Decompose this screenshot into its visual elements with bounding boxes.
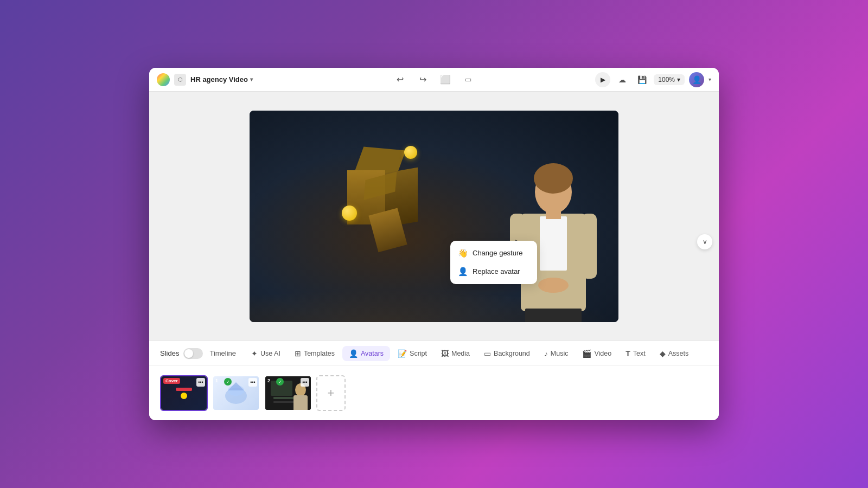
svg-point-3 xyxy=(534,163,573,194)
context-menu: 👋 Change gesture 👤 Replace avatar xyxy=(450,241,537,284)
assets-icon: ◆ xyxy=(660,349,666,358)
add-slide-icon: + xyxy=(328,386,335,400)
svg-rect-6 xyxy=(582,214,597,279)
video-icon: 🎬 xyxy=(582,349,591,358)
templates-tab-label: Templates xyxy=(304,350,335,357)
svg-rect-8 xyxy=(525,309,582,322)
avatar-svg xyxy=(510,149,597,322)
canvas[interactable]: 👋 Change gesture 👤 Replace avatar ▷ xyxy=(250,111,618,322)
app-icon-small: ⬡ xyxy=(174,74,186,86)
script-icon: 📝 xyxy=(398,349,407,358)
zoom-label: 100% xyxy=(658,76,675,84)
slide-1-menu-button[interactable]: ••• xyxy=(196,378,205,387)
media-icon: 🖼 xyxy=(441,349,449,358)
slide-3-check: ✓ xyxy=(276,378,284,386)
background-icon: ▭ xyxy=(484,349,491,358)
project-title[interactable]: HR agency Video ▾ xyxy=(190,75,253,84)
bottom-toolbar: Slides Timeline ✦ Use AI ⊞ Templates 👤 xyxy=(149,341,719,420)
slide-3-menu-button[interactable]: ••• xyxy=(301,378,309,387)
play-button[interactable]: ▶ xyxy=(595,72,610,87)
toggle-knob xyxy=(184,349,193,358)
slides-toggle-switch[interactable] xyxy=(183,348,203,359)
background-tab-label: Background xyxy=(494,350,530,357)
slide-2-number: 1 xyxy=(215,378,218,383)
toolbar-tabs: Slides Timeline ✦ Use AI ⊞ Templates 👤 xyxy=(149,341,719,366)
user-avatar[interactable]: 👤 xyxy=(689,72,704,87)
video-tab-label: Video xyxy=(594,350,611,357)
svg-rect-17 xyxy=(293,395,308,411)
zoom-control[interactable]: 100% ▾ xyxy=(654,74,685,85)
templates-icon: ⊞ xyxy=(295,349,301,358)
timeline-label: Timeline xyxy=(209,349,236,357)
replace-avatar-icon: 👤 xyxy=(458,267,468,277)
use-ai-icon: ✦ xyxy=(251,349,258,358)
add-slide-button[interactable]: + xyxy=(316,375,346,411)
script-tab-label: Script xyxy=(410,350,427,357)
monitor-view-button[interactable]: ⬜ xyxy=(438,72,453,87)
avatars-tab-label: Avatars xyxy=(361,350,384,357)
tab-templates[interactable]: ⊞ Templates xyxy=(288,346,341,361)
slides-timeline-toggle: Slides Timeline xyxy=(160,348,236,359)
svg-rect-4 xyxy=(546,209,561,219)
tab-background[interactable]: ▭ Background xyxy=(477,346,537,361)
slides-panel: Cover ••• 1 ✓ ••• xyxy=(149,366,719,420)
undo-button[interactable]: ↩ xyxy=(392,72,407,87)
slide-thumb-2[interactable]: 1 ✓ ••• xyxy=(212,375,260,411)
music-icon: ♪ xyxy=(544,349,548,358)
zoom-chevron-icon: ▾ xyxy=(677,76,680,84)
tab-use-ai[interactable]: ✦ Use AI xyxy=(245,346,287,361)
music-tab-label: Music xyxy=(551,350,569,357)
avatars-icon: 👤 xyxy=(349,349,358,358)
tab-assets[interactable]: ◆ Assets xyxy=(653,346,695,361)
title-bar-center: ↩ ↪ ⬜ ▭ xyxy=(392,72,476,87)
slide-thumb-3[interactable]: 2 ✓ ••• xyxy=(264,375,312,411)
change-gesture-item[interactable]: 👋 Change gesture xyxy=(450,244,537,262)
project-title-chevron-icon: ▾ xyxy=(250,76,253,82)
tab-avatars[interactable]: 👤 Avatars xyxy=(342,346,390,361)
slide-2-check: ✓ xyxy=(224,378,232,386)
replace-avatar-label: Replace avatar xyxy=(473,267,520,275)
tab-video[interactable]: 🎬 Video xyxy=(576,346,618,361)
tab-music[interactable]: ♪ Music xyxy=(538,346,575,361)
slide-cover-badge: Cover xyxy=(163,378,180,384)
collapse-panel-button[interactable]: ∨ xyxy=(697,234,712,249)
yellow-dot-2 xyxy=(404,146,417,159)
slide-thumb-1[interactable]: Cover ••• xyxy=(160,375,208,411)
tab-script[interactable]: 📝 Script xyxy=(391,346,433,361)
mobile-view-button[interactable]: ▭ xyxy=(461,72,476,87)
media-tab-label: Media xyxy=(451,350,470,357)
save-button[interactable]: 💾 xyxy=(634,72,649,87)
text-tab-label: Text xyxy=(633,350,646,357)
svg-rect-1 xyxy=(540,216,567,271)
assets-tab-label: Assets xyxy=(668,350,689,357)
tab-media[interactable]: 🖼 Media xyxy=(435,346,476,361)
yellow-dot-1 xyxy=(342,206,357,221)
save-cloud-button[interactable]: ☁ xyxy=(615,72,630,87)
canvas-area: 👋 Change gesture 👤 Replace avatar ▷ ∨ xyxy=(149,92,719,341)
title-bar-left: ⬡ HR agency Video ▾ xyxy=(157,73,392,86)
app-logo xyxy=(157,73,170,86)
user-chevron-icon: ▾ xyxy=(709,76,711,82)
slide-2-menu-button[interactable]: ••• xyxy=(248,378,257,387)
app-window: ⬡ HR agency Video ▾ ↩ ↪ ⬜ ▭ ▶ ☁ 💾 100% ▾… xyxy=(149,68,719,420)
avatar-person[interactable] xyxy=(510,149,597,322)
project-name-label: HR agency Video xyxy=(190,75,248,84)
use-ai-tab-label: Use AI xyxy=(260,350,280,357)
tab-text[interactable]: T Text xyxy=(619,346,652,361)
change-gesture-label: Change gesture xyxy=(473,249,523,257)
replace-avatar-item[interactable]: 👤 Replace avatar xyxy=(450,262,537,281)
title-bar-right: ▶ ☁ 💾 100% ▾ 👤 ▾ xyxy=(476,72,711,87)
redo-button[interactable]: ↪ xyxy=(415,72,430,87)
slides-label: Slides xyxy=(160,349,179,357)
svg-point-7 xyxy=(538,278,569,293)
gesture-icon: 👋 xyxy=(458,248,468,258)
text-icon: T xyxy=(626,349,630,358)
main-content: 👋 Change gesture 👤 Replace avatar ▷ ∨ xyxy=(149,92,719,420)
title-bar: ⬡ HR agency Video ▾ ↩ ↪ ⬜ ▭ ▶ ☁ 💾 100% ▾… xyxy=(149,68,719,92)
slide-3-number: 2 xyxy=(267,378,270,383)
